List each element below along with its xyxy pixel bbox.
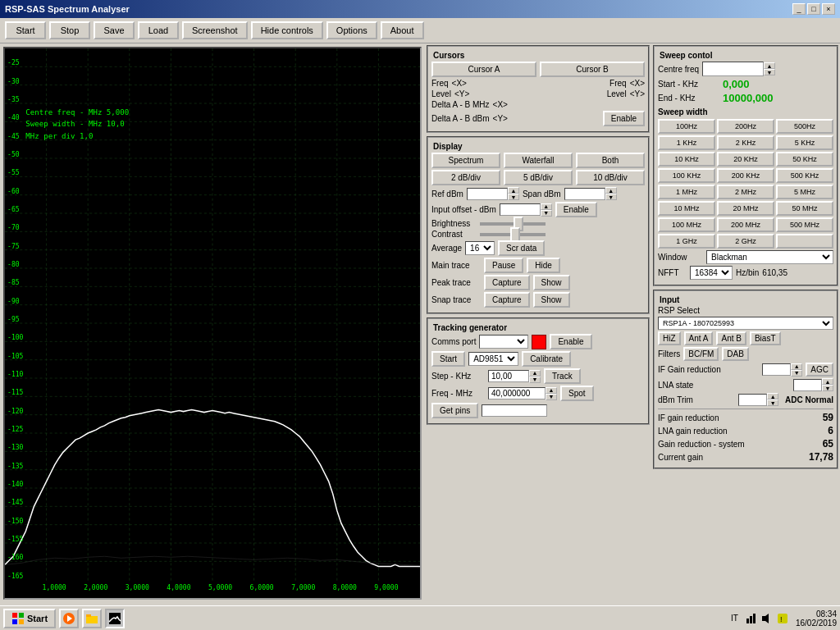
- centre-freq-up[interactable]: ▲: [764, 62, 775, 69]
- dbm-trim-input[interactable]: 0,0: [738, 394, 767, 406]
- taskbar-icon-3[interactable]: [105, 609, 125, 628]
- load-button[interactable]: Load: [138, 21, 179, 39]
- offset-input[interactable]: 0,0: [500, 203, 541, 216]
- sw-500mhz[interactable]: 500 MHz: [776, 217, 833, 232]
- sw-10mhz[interactable]: 10 MHz: [658, 201, 715, 216]
- 10db-button[interactable]: 10 dB/div: [576, 170, 645, 185]
- get-pins-button[interactable]: Get pins: [431, 403, 478, 418]
- freq-up[interactable]: ▲: [546, 387, 557, 394]
- sw-200mhz[interactable]: 200 MHz: [717, 217, 774, 232]
- sw-5mhz[interactable]: 5 MHz: [776, 185, 833, 199]
- span-dbm-input[interactable]: 150: [564, 188, 605, 200]
- hiz-button[interactable]: HiZ: [658, 331, 681, 345]
- rsp-select-dropdown[interactable]: RSP1A - 1807025993: [658, 317, 833, 330]
- bcfm-button[interactable]: BC/FM: [683, 347, 719, 361]
- stop-button[interactable]: Stop: [49, 21, 90, 39]
- capture-button-2[interactable]: Capture: [484, 292, 530, 308]
- agc-button[interactable]: AGC: [806, 363, 833, 377]
- sw-50mhz[interactable]: 50 MHz: [776, 201, 833, 216]
- pins-input[interactable]: [482, 404, 547, 417]
- sw-1mhz[interactable]: 1 MHz: [658, 185, 715, 199]
- capture-button-1[interactable]: Capture: [484, 275, 530, 290]
- sw-20mhz[interactable]: 20 MHz: [717, 201, 774, 216]
- ref-dbm-up[interactable]: ▲: [508, 187, 519, 194]
- cursor-enable-button[interactable]: Enable: [603, 111, 645, 126]
- if-gain-input[interactable]: 40: [762, 363, 791, 376]
- sw-100mhz[interactable]: 100 MHz: [658, 217, 715, 232]
- cursor-a-button[interactable]: Cursor A: [431, 62, 536, 77]
- minimize-btn[interactable]: _: [792, 3, 806, 15]
- show-button-2[interactable]: Show: [533, 292, 570, 308]
- brightness-slider[interactable]: [480, 222, 546, 226]
- sw-5khz[interactable]: 5 KHz: [776, 135, 833, 150]
- hide-button[interactable]: Hide: [527, 258, 560, 273]
- span-dbm-down[interactable]: ▼: [605, 194, 617, 200]
- centre-freq-down[interactable]: ▼: [764, 69, 775, 75]
- dbm-trim-down[interactable]: ▼: [767, 399, 778, 406]
- average-select[interactable]: 16 8 32 64: [465, 241, 495, 255]
- about-button[interactable]: About: [381, 21, 424, 39]
- comms-port-select[interactable]: [479, 335, 528, 349]
- step-down[interactable]: ▼: [529, 377, 541, 383]
- cursor-b-button[interactable]: Cursor B: [540, 62, 645, 77]
- if-gain-up[interactable]: ▲: [791, 363, 802, 370]
- freq-down[interactable]: ▼: [546, 394, 557, 400]
- taskbar-start-button[interactable]: Start: [3, 609, 56, 628]
- offset-down[interactable]: ▼: [541, 210, 552, 217]
- spot-button[interactable]: Spot: [560, 386, 594, 401]
- sw-20khz[interactable]: 20 KHz: [717, 152, 774, 167]
- sw-50khz[interactable]: 50 KHz: [776, 152, 833, 167]
- dbm-trim-up[interactable]: ▲: [767, 393, 778, 399]
- pause-button[interactable]: Pause: [484, 258, 523, 273]
- taskbar-icon-1[interactable]: [59, 609, 79, 628]
- bias-t-button[interactable]: BiasT: [750, 331, 781, 345]
- ref-dbm-down[interactable]: ▼: [508, 194, 519, 200]
- sw-10khz[interactable]: 10 KHz: [658, 152, 715, 167]
- tracking-enable-button[interactable]: Enable: [550, 334, 591, 349]
- span-dbm-up[interactable]: ▲: [605, 187, 617, 194]
- taskbar-icon-2[interactable]: [82, 609, 102, 628]
- dab-button[interactable]: DAB: [722, 347, 749, 361]
- ant-a-button[interactable]: Ant A: [684, 331, 714, 345]
- waterfall-button[interactable]: Waterfall: [504, 153, 573, 168]
- close-btn[interactable]: ×: [822, 3, 835, 15]
- calibrate-button[interactable]: Calibrate: [522, 351, 571, 367]
- offset-enable-button[interactable]: Enable: [555, 202, 597, 217]
- start-button[interactable]: Start: [5, 21, 46, 39]
- sw-100hz[interactable]: 100Hz: [658, 119, 715, 134]
- tracking-start-button[interactable]: Start: [431, 351, 465, 367]
- centre-freq-input[interactable]: 5,000000: [702, 62, 764, 76]
- chip-select[interactable]: AD9851: [468, 352, 518, 366]
- sw-1khz[interactable]: 1 KHz: [658, 135, 715, 150]
- save-button[interactable]: Save: [94, 21, 135, 39]
- sw-200hz[interactable]: 200Hz: [717, 119, 774, 134]
- sw-200khz[interactable]: 200 KHz: [717, 168, 774, 183]
- track-button[interactable]: Track: [544, 368, 581, 384]
- maximize-btn[interactable]: □: [807, 3, 820, 15]
- step-up[interactable]: ▲: [529, 370, 541, 377]
- spectrum-button[interactable]: Spectrum: [431, 153, 500, 168]
- 5db-button[interactable]: 5 dB/div: [504, 170, 573, 185]
- ref-dbm-input[interactable]: -20: [467, 188, 508, 200]
- both-button[interactable]: Both: [576, 153, 645, 168]
- step-khz-input[interactable]: [488, 370, 529, 382]
- window-select[interactable]: Blackman Hanning Hamming None: [706, 250, 833, 264]
- lna-down[interactable]: ▼: [822, 385, 833, 391]
- sw-2ghz[interactable]: 2 GHz: [717, 234, 774, 249]
- sw-500hz[interactable]: 500Hz: [776, 119, 833, 134]
- contrast-slider[interactable]: [480, 233, 546, 236]
- scr-data-button[interactable]: Scr data: [498, 240, 545, 256]
- options-button[interactable]: Options: [326, 21, 377, 39]
- lna-state-input[interactable]: 0: [793, 379, 822, 391]
- offset-up[interactable]: ▲: [541, 203, 552, 210]
- 2db-button[interactable]: 2 dB/div: [431, 170, 500, 185]
- sw-500khz[interactable]: 500 KHz: [776, 168, 833, 183]
- show-button-1[interactable]: Show: [533, 275, 570, 290]
- lna-up[interactable]: ▲: [822, 378, 833, 385]
- sw-1ghz[interactable]: 1 GHz: [658, 234, 715, 249]
- sw-2khz[interactable]: 2 KHz: [717, 135, 774, 150]
- if-gain-down[interactable]: ▼: [791, 370, 802, 377]
- ant-b-button[interactable]: Ant B: [716, 331, 746, 345]
- hide-controls-button[interactable]: Hide controls: [251, 21, 323, 39]
- screenshot-button[interactable]: Screenshot: [182, 21, 248, 39]
